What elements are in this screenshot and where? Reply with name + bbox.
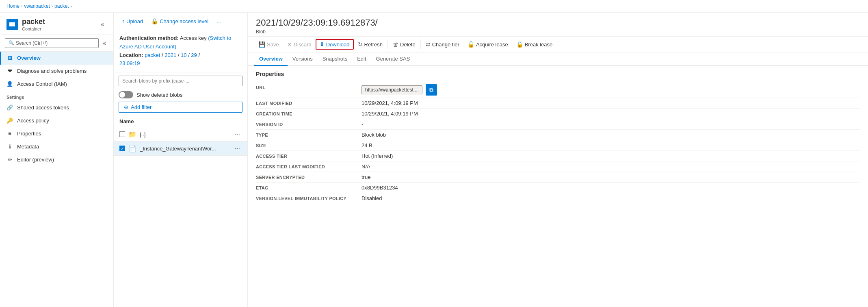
sidebar-item-access-policy[interactable]: 🔑 Access policy: [0, 114, 113, 127]
show-deleted-toggle[interactable]: [119, 91, 133, 98]
tab-snapshots[interactable]: Snapshots: [318, 52, 352, 66]
blob-search-input[interactable]: [119, 76, 242, 86]
property-key-5: SIZE: [256, 142, 361, 148]
property-key-0: URL: [256, 84, 361, 90]
discard-button[interactable]: ✕ Discard: [283, 39, 316, 50]
blob-row-1[interactable]: 📄 _Instance_GatewayTenantWor... ···: [114, 142, 247, 156]
acquire-lease-button[interactable]: 🔓 Acquire lease: [463, 39, 512, 50]
folder-icon: 📁: [128, 131, 136, 138]
sidebar-item-editor[interactable]: ✏ Editor (preview): [0, 153, 113, 166]
discard-label: Discard: [294, 41, 312, 48]
more-button[interactable]: ...: [213, 16, 224, 26]
refresh-button[interactable]: ↻ Refresh: [354, 39, 387, 50]
search-collapse-button[interactable]: «: [100, 39, 108, 47]
location-part-4[interactable]: 29: [191, 52, 197, 58]
sidebar-title: packet: [22, 17, 94, 26]
location-time[interactable]: 23:09:19: [119, 60, 140, 66]
chevron-icon: ›: [21, 4, 22, 9]
breadcrumb-home[interactable]: Home: [6, 3, 19, 9]
sidebar-item-access-control[interactable]: 👤 Access Control (IAM): [0, 78, 113, 91]
property-row-1: LAST MODIFIED10/29/2021, 4:09:19 PM: [256, 98, 860, 109]
sidebar-item-properties[interactable]: ≡ Properties: [0, 127, 113, 140]
location-part-2[interactable]: 2021: [165, 52, 176, 58]
blob-more-1[interactable]: ···: [233, 144, 242, 153]
tab-overview[interactable]: Overview: [254, 52, 288, 66]
property-value-5: 24 B: [361, 142, 860, 148]
metadata-icon: ℹ: [6, 144, 13, 150]
url-box: https://vwanpackettest....: [361, 85, 422, 94]
property-row-3: VERSION ID-: [256, 119, 860, 130]
location-part-3[interactable]: 10: [181, 52, 186, 58]
blob-name-1: _Instance_GatewayTenantWor...: [140, 146, 230, 152]
toolbar-separator-2: [420, 39, 421, 49]
show-deleted-label: Show deleted blobs: [136, 92, 182, 98]
sidebar-item-shared-access[interactable]: 🔗 Shared access tokens: [0, 101, 113, 114]
blob-checkbox-1[interactable]: [119, 146, 125, 151]
acquire-lease-label: Acquire lease: [476, 41, 508, 48]
change-tier-label: Change tier: [432, 41, 459, 48]
change-access-button[interactable]: 🔒 Change access level: [148, 16, 212, 26]
property-row-2: CREATION TIME10/29/2021, 4:09:19 PM: [256, 109, 860, 119]
change-tier-icon: ⇄: [426, 41, 431, 48]
property-key-4: TYPE: [256, 132, 361, 137]
delete-icon: 🗑: [393, 41, 398, 48]
properties-section-title: Properties: [256, 71, 860, 77]
location-label: Location:: [119, 52, 143, 58]
search-placeholder: Search (Ctrl+/): [16, 40, 48, 46]
sidebar-item-editor-label: Editor (preview): [17, 157, 54, 163]
property-row-6: ACCESS TIERHot (Inferred): [256, 151, 860, 161]
blob-checkbox-parent[interactable]: [119, 131, 125, 137]
blob-content: Properties URLhttps://vwanpackettest....…: [248, 66, 868, 307]
copy-url-button[interactable]: ⧉: [426, 84, 437, 96]
access-policy-icon: 🔑: [6, 118, 13, 124]
download-button[interactable]: ⬇ Download: [316, 39, 354, 50]
breadcrumb: Home › vwanpacket › packet ›: [0, 0, 868, 13]
change-access-label: Change access level: [160, 18, 208, 24]
overview-icon: ⊞: [6, 55, 13, 61]
property-key-8: SERVER ENCRYPTED: [256, 174, 361, 180]
property-value-9: 0x8D99B31234: [361, 185, 860, 191]
break-lease-label: Break lease: [525, 41, 553, 48]
shared-access-icon: 🔗: [6, 105, 13, 111]
property-key-7: ACCESS TIER LAST MODIFIED: [256, 163, 361, 169]
blob-title-bar: 2021/10/29/23:09:19.6912873/ Blob: [248, 13, 868, 37]
toggle-knob: [119, 92, 125, 98]
sidebar-item-overview[interactable]: ⊞ Overview: [0, 52, 113, 65]
property-value-1: 10/29/2021, 4:09:19 PM: [361, 100, 860, 106]
property-key-10: VERSION-LEVEL IMMUTABILITY POLICY: [256, 195, 361, 201]
sidebar-title-block: packet Container: [22, 17, 94, 31]
property-row-7: ACCESS TIER LAST MODIFIEDN/A: [256, 161, 860, 172]
sidebar-collapse-button[interactable]: «: [98, 20, 107, 29]
location-part-1[interactable]: packet: [145, 52, 160, 58]
save-button[interactable]: 💾 Save: [254, 39, 283, 50]
blob-table-header: Name: [114, 116, 247, 127]
sidebar-item-metadata[interactable]: ℹ Metadata: [0, 140, 113, 153]
add-filter-button[interactable]: ⊕ Add filter: [119, 102, 242, 113]
sidebar-item-access-control-label: Access Control (IAM): [17, 81, 67, 87]
tab-edit[interactable]: Edit: [352, 52, 371, 66]
change-tier-button[interactable]: ⇄ Change tier: [422, 39, 463, 50]
search-input-box[interactable]: 🔍 Search (Ctrl+/): [5, 38, 99, 48]
auth-info: Authentication method: Access key (Switc…: [114, 30, 247, 72]
add-filter-label: Add filter: [131, 104, 152, 110]
chevron-icon-2: ›: [52, 4, 53, 9]
break-lease-button[interactable]: 🔒 Break lease: [512, 39, 557, 50]
upload-button[interactable]: ↑ Upload: [119, 16, 146, 26]
breadcrumb-packet[interactable]: packet: [54, 3, 69, 9]
blob-row-parent[interactable]: 📁 [..] ···: [114, 127, 247, 142]
sidebar-item-diagnose[interactable]: ❤ Diagnose and solve problems: [0, 65, 113, 78]
property-key-3: VERSION ID: [256, 121, 361, 127]
property-value-3: -: [361, 121, 860, 127]
property-row-0: URLhttps://vwanpackettest....⧉: [256, 82, 860, 98]
blob-more-parent[interactable]: ···: [233, 130, 242, 139]
show-deleted-row: Show deleted blobs: [114, 89, 247, 102]
delete-button[interactable]: 🗑 Delete: [389, 39, 420, 50]
breadcrumb-vwanpacket[interactable]: vwanpacket: [24, 3, 50, 9]
sidebar: packet Container « 🔍 Search (Ctrl+/) « ⊞…: [0, 13, 114, 307]
tab-generate-sas[interactable]: Generate SAS: [371, 52, 415, 66]
property-key-1: LAST MODIFIED: [256, 100, 361, 106]
auth-method-value: Access key: [180, 35, 207, 41]
sidebar-item-metadata-label: Metadata: [17, 144, 39, 150]
tab-versions[interactable]: Versions: [288, 52, 318, 66]
blob-toolbar: 💾 Save ✕ Discard ⬇ Download ↻ Refresh 🗑 …: [248, 37, 868, 52]
